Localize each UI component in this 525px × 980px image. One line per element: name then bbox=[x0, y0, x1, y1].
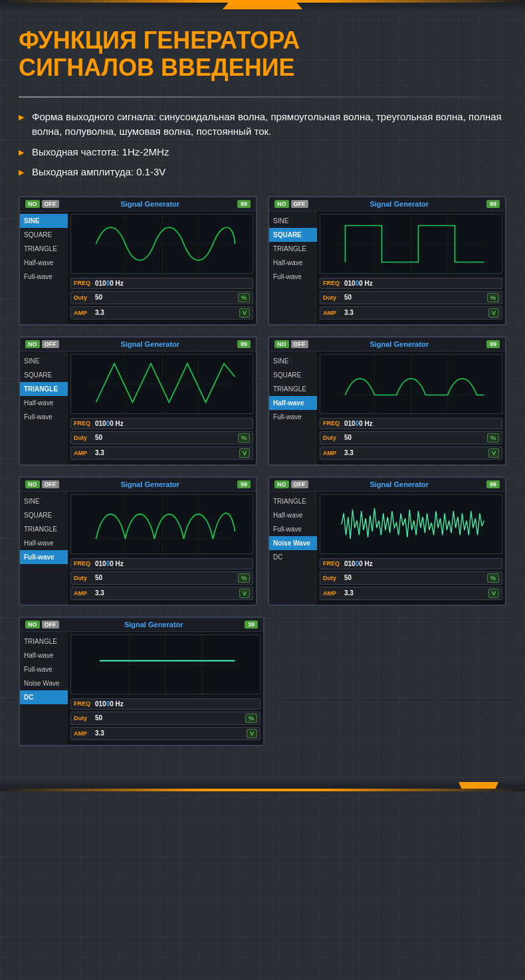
menu-fullwave-5[interactable]: Full-wave bbox=[20, 550, 68, 564]
menu-triangle-4[interactable]: TRIANGLE bbox=[269, 382, 317, 396]
menu-sine-4[interactable]: SINE bbox=[269, 354, 317, 368]
menu-halfwave-6[interactable]: Half-wave bbox=[269, 508, 317, 522]
amp-label-5: AMP bbox=[74, 590, 92, 597]
menu-sine-3[interactable]: SINE bbox=[20, 354, 68, 368]
badge-off-1: OFF bbox=[42, 200, 59, 208]
freq-row-7: FREQ 01000 Hz bbox=[70, 698, 261, 710]
menu-noise-6[interactable]: Noise Wave bbox=[269, 536, 317, 550]
duty-row-3: Duty 50 % bbox=[70, 431, 253, 444]
freq-row-1: FREQ 01000 Hz bbox=[70, 278, 253, 289]
freq-row-3: FREQ 01000 Hz bbox=[70, 418, 253, 429]
badge-no-4: NO bbox=[274, 340, 289, 348]
badge-no-3: NO bbox=[25, 340, 40, 348]
duty-unit-1: % bbox=[238, 293, 250, 302]
screen-noise-title: Signal Generator bbox=[312, 480, 486, 488]
menu-square-2[interactable]: SQUARE bbox=[269, 228, 317, 242]
menu-square-1[interactable]: SQUARE bbox=[20, 228, 68, 242]
menu-fullwave-6[interactable]: Full-wave bbox=[269, 522, 317, 536]
amp-row-4: AMP 3.3 V bbox=[320, 446, 502, 460]
battery-1: 99 bbox=[237, 200, 251, 208]
amp-label-6: AMP bbox=[323, 590, 342, 597]
badge-no-1: NO bbox=[25, 200, 40, 208]
screen-halfwave-body: SINE SQUARE TRIANGLE Half-wave Full-wave bbox=[269, 351, 505, 464]
screen-noise-body: TRIANGLE Half-wave Full-wave Noise Wave … bbox=[269, 492, 505, 605]
freq-value-1: 01000 Hz bbox=[95, 280, 250, 287]
amp-unit-5: V bbox=[239, 589, 250, 598]
screen-triangle-body: SINE SQUARE TRIANGLE Half-wave Full-wave bbox=[20, 351, 256, 464]
menu-triangle-7[interactable]: TRIANGLE bbox=[20, 635, 68, 648]
screen-fullwave-right: FREQ 01000 Hz Duty 50 % AMP 3.3 V bbox=[68, 492, 256, 605]
waveform-dc bbox=[70, 635, 261, 694]
menu-halfwave-1[interactable]: Half-wave bbox=[20, 256, 68, 270]
screen-square-menu: SINE SQUARE TRIANGLE Half-wave Full-wave bbox=[269, 211, 317, 324]
menu-square-3[interactable]: SQUARE bbox=[20, 368, 68, 382]
amp-row-1: AMP 3.3 V bbox=[70, 306, 253, 320]
menu-triangle-2[interactable]: TRIANGLE bbox=[269, 242, 317, 256]
main-content: ФУНКЦИЯ ГЕНЕРАТОРА СИГНАЛОВ ВВЕДЕНИЕ Фор… bbox=[0, 12, 525, 766]
menu-square-4[interactable]: SQUARE bbox=[269, 368, 317, 382]
menu-fullwave-3[interactable]: Full-wave bbox=[20, 410, 68, 424]
freq-label-5: FREQ bbox=[74, 560, 92, 567]
battery-4: 99 bbox=[486, 340, 500, 348]
menu-triangle-6[interactable]: TRIANGLE bbox=[269, 494, 317, 508]
bottom-notch bbox=[459, 782, 498, 791]
freq-value-2: 01000 Hz bbox=[344, 280, 499, 287]
amp-unit-4: V bbox=[488, 448, 499, 458]
duty-unit-2: % bbox=[487, 293, 499, 302]
menu-halfwave-3[interactable]: Half-wave bbox=[20, 396, 68, 410]
screen-noise-menu: TRIANGLE Half-wave Full-wave Noise Wave … bbox=[269, 492, 317, 605]
screen-noise-right: FREQ 01000 Hz Duty 50 % AMP 3.3 V bbox=[317, 492, 505, 605]
amp-label-7: AMP bbox=[74, 730, 92, 737]
amp-value-2: 3.3 bbox=[344, 309, 488, 316]
menu-sine-5[interactable]: SINE bbox=[20, 494, 68, 508]
amp-unit-7: V bbox=[247, 729, 257, 738]
menu-halfwave-4[interactable]: Half-wave bbox=[269, 396, 317, 410]
menu-fullwave-7[interactable]: Full-wave bbox=[20, 662, 68, 676]
screen-fullwave-body: SINE SQUARE TRIANGLE Half-wave Full-wave bbox=[20, 492, 256, 605]
divider bbox=[19, 96, 506, 98]
screen-triangle-menu: SINE SQUARE TRIANGLE Half-wave Full-wave bbox=[20, 351, 68, 464]
screen-halfwave-menu: SINE SQUARE TRIANGLE Half-wave Full-wave bbox=[269, 351, 317, 464]
menu-sine-1[interactable]: SINE bbox=[20, 214, 68, 228]
freq-label-1: FREQ bbox=[74, 280, 92, 286]
duty-label-5: Duty bbox=[74, 575, 92, 581]
amp-row-5: AMP 3.3 V bbox=[70, 587, 253, 600]
amp-label-1: AMP bbox=[74, 310, 92, 316]
screen-triangle-topbar: NO OFF Signal Generator 99 bbox=[20, 338, 256, 351]
menu-triangle-1[interactable]: TRIANGLE bbox=[20, 242, 68, 256]
menu-dc-7[interactable]: DC bbox=[20, 690, 68, 704]
duty-value-4: 50 bbox=[344, 434, 487, 441]
duty-unit-3: % bbox=[238, 433, 250, 442]
duty-label-7: Duty bbox=[74, 715, 92, 722]
menu-sine-2[interactable]: SINE bbox=[269, 214, 317, 228]
screen-halfwave-topbar: NO OFF Signal Generator 99 bbox=[269, 338, 505, 351]
menu-noise-7[interactable]: Noise Wave bbox=[20, 676, 68, 690]
menu-triangle-3[interactable]: TRIANGLE bbox=[20, 382, 68, 396]
amp-value-3: 3.3 bbox=[95, 449, 239, 456]
screen-noise-topbar: NO OFF Signal Generator 99 bbox=[269, 478, 505, 492]
menu-halfwave-2[interactable]: Half-wave bbox=[269, 256, 317, 270]
screen-triangle-right: FREQ 01000 Hz Duty 50 % AMP 3.3 V bbox=[68, 351, 256, 464]
duty-row-5: Duty 50 % bbox=[70, 571, 253, 585]
menu-triangle-5[interactable]: TRIANGLE bbox=[20, 522, 68, 536]
screen-sine: NO OFF Signal Generator 99 SINE SQUARE T… bbox=[19, 196, 257, 326]
menu-halfwave-5[interactable]: Half-wave bbox=[20, 536, 68, 550]
menu-dc-6[interactable]: DC bbox=[269, 550, 317, 564]
badge-off-3: OFF bbox=[42, 340, 59, 348]
menu-fullwave-2[interactable]: Full-wave bbox=[269, 270, 317, 284]
menu-square-5[interactable]: SQUARE bbox=[20, 508, 68, 522]
screens-grid: NO OFF Signal Generator 99 SINE SQUARE T… bbox=[19, 196, 506, 746]
waveform-square bbox=[320, 214, 502, 274]
menu-halfwave-7[interactable]: Half-wave bbox=[20, 648, 68, 662]
screen-sine-topbar: NO OFF Signal Generator 99 bbox=[20, 197, 256, 211]
amp-label-3: AMP bbox=[74, 450, 92, 456]
screen-dc: NO OFF Signal Generator 39 TRIANGLE Half… bbox=[19, 617, 264, 746]
screen-dc-menu: TRIANGLE Half-wave Full-wave Noise Wave … bbox=[20, 632, 68, 745]
freq-row-6: FREQ 01000 Hz bbox=[320, 558, 502, 569]
badge-no-2: NO bbox=[274, 200, 289, 208]
menu-fullwave-4[interactable]: Full-wave bbox=[269, 410, 317, 424]
amp-value-6: 3.3 bbox=[344, 589, 488, 597]
amp-value-5: 3.3 bbox=[95, 589, 239, 597]
menu-fullwave-1[interactable]: Full-wave bbox=[20, 270, 68, 284]
duty-label-3: Duty bbox=[74, 435, 92, 441]
